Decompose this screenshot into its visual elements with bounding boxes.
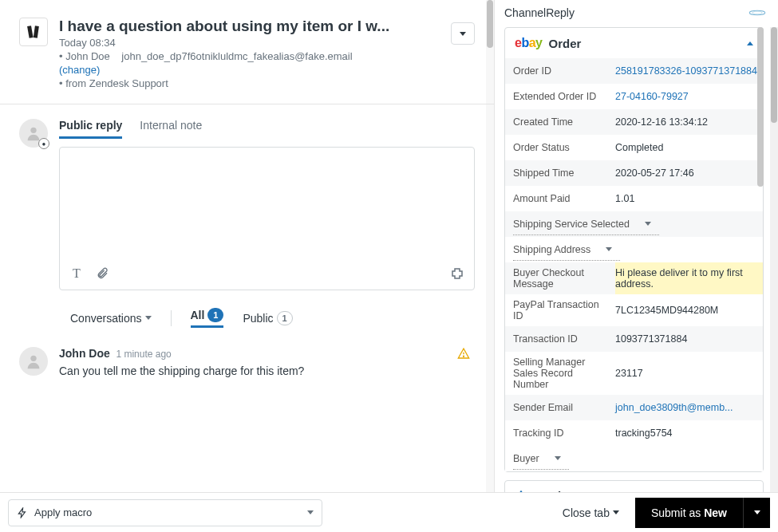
- row-buyer[interactable]: Buyer: [505, 446, 763, 471]
- order-section-title: Order: [549, 37, 582, 50]
- requester-avatar: [19, 18, 48, 46]
- order-card: ebay Order Order ID258191783326-10937713…: [504, 27, 764, 472]
- message-text: Can you tell me the shipping charge for …: [59, 365, 304, 377]
- chevron-down-icon: [555, 456, 561, 460]
- row-shipped-time: Shipped Time2020-05-27 17:46: [505, 160, 763, 186]
- separator: [171, 310, 172, 326]
- ticket-title: I have a question about using my item or…: [59, 18, 475, 35]
- products-section-title: Products: [534, 489, 586, 492]
- chevron-down-icon: [606, 247, 612, 251]
- row-transaction-id: Transaction ID1093771371884: [505, 326, 763, 352]
- chevron-down-icon: [613, 510, 619, 514]
- lightning-icon: [17, 507, 28, 518]
- filter-all[interactable]: All 1: [191, 308, 224, 328]
- requester-name: John Doe: [65, 50, 110, 62]
- agent-avatar: ●: [19, 119, 48, 148]
- apply-macro-button[interactable]: Apply macro: [8, 499, 322, 526]
- sender-email-link[interactable]: john_doe3809th@memb...: [615, 397, 763, 418]
- products-card-header[interactable]: Products: [505, 481, 763, 492]
- message-item: John Doe 1 minute ago Can you tell me th…: [0, 339, 494, 377]
- row-buyer-checkout-message: Buyer Checkout MessageHi please deliver …: [505, 262, 763, 294]
- row-order-status: Order StatusCompleted: [505, 135, 763, 160]
- change-requester-link[interactable]: (change): [59, 64, 100, 76]
- row-shipping-address[interactable]: Shipping Address: [505, 237, 763, 262]
- sidebar-app-header: ChannelReply: [495, 0, 778, 27]
- row-created-time: Created Time2020-12-16 13:34:12: [505, 109, 763, 135]
- conversations-dropdown[interactable]: Conversations: [70, 312, 152, 325]
- tab-internal-note[interactable]: Internal note: [140, 119, 202, 139]
- submit-prefix: Submit as: [651, 506, 701, 519]
- row-sender-email: Sender Emailjohn_doe3809th@memb...: [505, 395, 763, 420]
- public-count-badge: 1: [277, 311, 293, 325]
- row-extended-order-id: Extended Order ID27-04160-79927: [505, 84, 763, 109]
- person-icon: [25, 353, 42, 370]
- row-paypal-transaction-id: PayPal Transaction ID7LC12345MD944280M: [505, 294, 763, 326]
- chevron-down-icon: [307, 510, 314, 514]
- svg-rect-1: [34, 26, 39, 38]
- channelreply-logo-icon: [746, 7, 768, 18]
- conversations-label: Conversations: [70, 312, 142, 325]
- message-avatar: [19, 347, 48, 376]
- row-tracking-id: Tracking IDtracking5754: [505, 420, 763, 446]
- svg-point-5: [463, 356, 464, 357]
- submit-button[interactable]: Submit as New: [635, 498, 743, 528]
- filter-public[interactable]: Public 1: [243, 311, 292, 325]
- footer-bar: Apply macro Close tab Submit as New: [0, 492, 778, 532]
- inner-scrollbar[interactable]: [757, 27, 764, 492]
- chevron-down-icon: [645, 222, 651, 226]
- chevron-down-icon: [754, 510, 760, 514]
- order-card-header[interactable]: ebay Order: [505, 28, 763, 58]
- message-time: 1 minute ago: [116, 349, 171, 360]
- order-id-link[interactable]: 258191783326-1093771371884: [615, 61, 763, 81]
- sidebar-app-title: ChannelReply: [504, 6, 575, 19]
- submit-status: New: [704, 506, 727, 519]
- apply-macro-label: Apply macro: [34, 506, 92, 518]
- reply-editor[interactable]: T: [59, 147, 475, 290]
- message-author: John Doe: [59, 347, 110, 360]
- svg-point-7: [752, 11, 763, 14]
- products-icon: [515, 490, 527, 493]
- ticket-timestamp: Today 08:34: [59, 37, 475, 49]
- ebay-logo-icon: ebay: [515, 36, 543, 50]
- chevron-down-icon: [145, 316, 152, 320]
- row-sales-record-number: Selling Manager Sales Record Number23117: [505, 352, 763, 395]
- outer-scrollbar[interactable]: [770, 27, 778, 492]
- close-tab-label: Close tab: [563, 506, 610, 519]
- close-tab-button[interactable]: Close tab: [555, 506, 627, 519]
- svg-point-9: [520, 491, 523, 492]
- svg-point-3: [30, 356, 36, 361]
- requester-email: john_doe_dp7f6otnikluldmc_fakealias@fake…: [121, 50, 352, 62]
- avatar-placeholder-icon: [26, 24, 41, 40]
- row-amount-paid: Amount Paid1.01: [505, 186, 763, 211]
- row-order-id: Order ID258191783326-1093771371884: [505, 58, 763, 84]
- extended-order-id-link[interactable]: 27-04160-79927: [615, 86, 763, 107]
- svg-point-2: [30, 128, 36, 133]
- submit-dropdown-button[interactable]: [743, 498, 770, 528]
- chevron-down-icon: [460, 32, 466, 36]
- svg-rect-0: [27, 26, 34, 38]
- row-shipping-service[interactable]: Shipping Service Selected: [505, 211, 763, 237]
- app-integration-icon[interactable]: [450, 266, 464, 281]
- warning-icon[interactable]: [457, 347, 470, 362]
- ticket-more-button[interactable]: [451, 22, 475, 45]
- format-text-icon[interactable]: T: [69, 266, 84, 281]
- agent-badge-icon: ●: [38, 138, 49, 149]
- all-count-badge: 1: [207, 308, 223, 322]
- attachment-icon[interactable]: [95, 266, 109, 281]
- products-card: Products: [504, 480, 764, 492]
- tab-public-reply[interactable]: Public reply: [59, 119, 122, 139]
- chevron-up-icon: [747, 41, 753, 45]
- ticket-via: from Zendesk Support: [65, 77, 168, 89]
- ticket-header: I have a question about using my item or…: [0, 0, 494, 104]
